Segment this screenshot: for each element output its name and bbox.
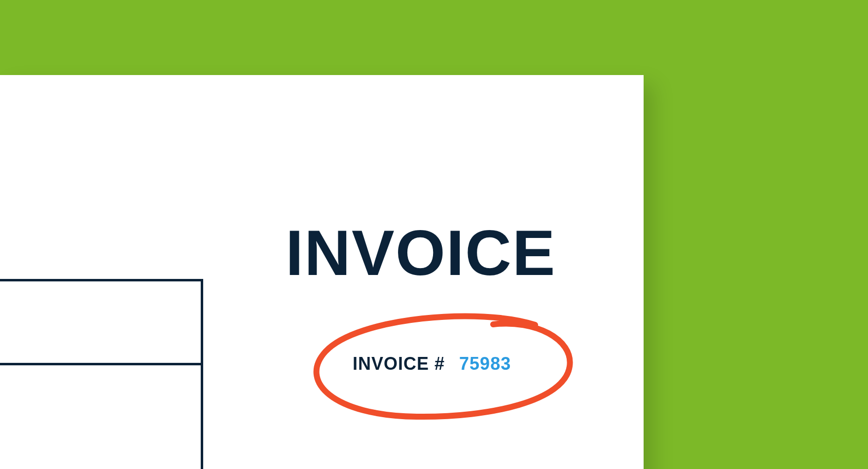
invoice-number-value: 75983 bbox=[459, 353, 511, 374]
invoice-number-line: INVOICE # 75983 bbox=[353, 353, 511, 374]
table-outline bbox=[0, 279, 203, 469]
invoice-document: INVOICE INVOICE # 75983 bbox=[0, 75, 644, 469]
invoice-title: INVOICE bbox=[286, 216, 556, 290]
table-row-divider bbox=[0, 363, 201, 365]
invoice-number-label: INVOICE # bbox=[353, 353, 445, 374]
